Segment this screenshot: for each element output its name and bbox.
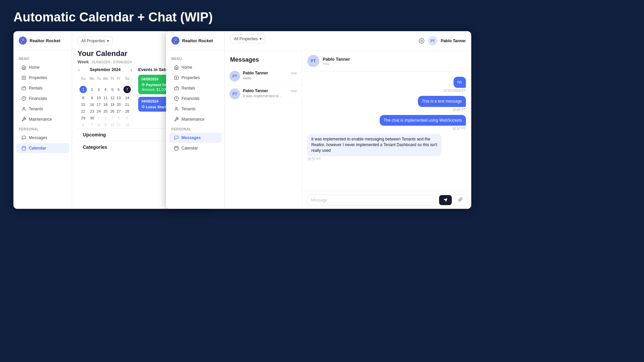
settings-icon[interactable] [419, 38, 425, 44]
cal-day[interactable]: 3 [96, 85, 102, 94]
cal-day[interactable]: 3 [110, 115, 115, 121]
cal-day[interactable]: 16 [89, 102, 95, 108]
conversations-list: Messages PT Pablo Tanner now Hello PT [225, 51, 302, 209]
cal-day[interactable]: 24 [96, 108, 102, 114]
cal-day[interactable] [102, 82, 109, 84]
cal-day[interactable]: 30 [89, 115, 95, 121]
sidebar-item-calendar-1[interactable]: Calendar [16, 143, 69, 153]
sidebar-item-maintenance-2[interactable]: Maintenance [169, 114, 222, 124]
sidebar-1: 🚀 Realtor Rocket MENU Home Properties Re… [13, 31, 72, 209]
conv-avatar-2: PT [229, 88, 240, 99]
sidebar-item-tenants-2[interactable]: Tenants [169, 104, 222, 114]
cal-day[interactable]: 1 [78, 85, 88, 94]
cal-day[interactable] [78, 82, 88, 84]
tenants-icon-1 [21, 107, 26, 111]
cal-day[interactable]: 21 [122, 102, 132, 108]
chat-user-sub: You [323, 62, 350, 66]
cal-day[interactable]: 2 [89, 85, 95, 94]
cal-day[interactable]: 1 [96, 115, 102, 121]
cal-day[interactable]: 10 [96, 95, 102, 101]
cal-day[interactable]: 28 [122, 108, 132, 114]
cal-day[interactable]: 20 [116, 102, 121, 108]
cal-day[interactable]: 11 [102, 95, 109, 101]
cal-day[interactable]: 11 [116, 122, 121, 128]
cal-day[interactable]: 25 [102, 108, 109, 114]
calendar-icon-1 [21, 146, 26, 150]
attach-button[interactable] [454, 194, 467, 205]
cal-day[interactable]: 26 [110, 108, 115, 114]
sidebar-item-financials-2[interactable]: Financials [169, 94, 222, 104]
cal-day[interactable]: 23 [89, 108, 95, 114]
sidebar-logo-2: 🚀 Realtor Rocket [166, 37, 224, 50]
home-icon-1 [21, 65, 26, 70]
cal-day[interactable] [110, 82, 115, 84]
sidebar-item-rentals-1[interactable]: Rentals [16, 83, 69, 93]
all-properties-btn-2[interactable]: All Properties ▾ [230, 35, 265, 43]
chat-user-info: Pablo Tanner You [323, 57, 350, 66]
cal-day[interactable]: 10 [110, 122, 115, 128]
cal-day[interactable]: 8 [96, 122, 102, 128]
sidebar-item-home-1[interactable]: Home [16, 62, 69, 72]
cal-day[interactable]: 4 [116, 115, 121, 121]
cal-day[interactable]: 27 [116, 108, 121, 114]
sidebar-item-messages-2[interactable]: Messages [169, 133, 222, 143]
all-properties-btn-1[interactable]: All Properties ▾ [77, 37, 113, 45]
sidebar-item-tenants-1[interactable]: Tenants [16, 104, 69, 114]
svg-point-11 [176, 107, 177, 109]
cal-day[interactable] [96, 82, 102, 84]
sidebar-item-messages-1[interactable]: Messages [16, 133, 69, 143]
cal-day[interactable]: 12 [110, 95, 115, 101]
conversation-item-2[interactable]: PT Pablo Tanner now It was implemented t… [225, 85, 302, 103]
cal-day[interactable]: 8 [78, 95, 88, 101]
cal-day[interactable]: 7 [89, 122, 95, 128]
cal-day[interactable]: 4 [102, 85, 109, 94]
cal-day[interactable]: 14 [122, 95, 132, 101]
cal-day[interactable]: 15 [78, 102, 88, 108]
svg-point-3 [23, 107, 25, 109]
msg-meta-1: 07/07/2024 PT [444, 89, 466, 93]
cal-day[interactable] [116, 82, 121, 84]
sidebar-item-properties-2[interactable]: Properties [169, 73, 222, 83]
cal-day[interactable]: 18 [102, 102, 109, 108]
messages-content: Messages PT Pablo Tanner now Hello PT [225, 51, 471, 209]
cal-day[interactable]: 19 [110, 102, 115, 108]
cal-day[interactable]: 22 [78, 108, 88, 114]
send-button[interactable] [439, 195, 452, 205]
prev-month-btn[interactable]: ‹ [77, 67, 80, 72]
sidebar-item-financials-1[interactable]: Financials [16, 94, 69, 104]
msg-meta-3: 10:57 PT [452, 127, 466, 130]
chat-user-avatar: PT [307, 55, 319, 67]
cal-day[interactable]: 12 [122, 122, 132, 128]
cal-day[interactable]: 6 [116, 85, 121, 94]
msg-meta-2: 10:56 PT [452, 108, 466, 112]
sidebar-item-maintenance-1[interactable]: Maintenance [16, 114, 69, 124]
cal-day[interactable]: 2 [102, 115, 109, 121]
cal-day[interactable]: 13 [116, 95, 121, 101]
cal-day[interactable]: 7 [122, 85, 132, 94]
cal-day[interactable] [122, 82, 132, 84]
sidebar-item-properties-1[interactable]: Properties [16, 73, 69, 83]
sidebar-item-calendar-2[interactable]: Calendar [169, 143, 222, 153]
week-label: Week [77, 59, 89, 64]
messages-icon-2 [174, 135, 179, 140]
menu-label-1: MENU [13, 54, 72, 62]
svg-point-16 [421, 40, 423, 42]
message-input[interactable] [307, 195, 436, 205]
cal-day[interactable]: 5 [110, 85, 115, 94]
cal-day[interactable]: 17 [96, 102, 102, 108]
sidebar-item-rentals-2[interactable]: Rentals [169, 83, 222, 93]
cal-day[interactable]: 6 [78, 122, 88, 128]
conversation-item-1[interactable]: PT Pablo Tanner now Hello [225, 67, 302, 85]
personal-label-1: PERSONAL [13, 125, 72, 132]
msg-bubble-1: nn [453, 77, 466, 88]
cal-day[interactable]: 29 [78, 115, 88, 121]
sidebar-item-home-2[interactable]: Home [169, 62, 222, 72]
menu-label-2: MENU [166, 54, 224, 62]
cal-day[interactable] [89, 82, 95, 84]
mini-cal-header: ‹ September 2024 › [77, 67, 133, 72]
cal-day[interactable]: 9 [102, 122, 109, 128]
cal-day[interactable]: 5 [122, 115, 132, 121]
cal-day[interactable]: 9 [89, 95, 95, 101]
next-month-btn[interactable]: › [130, 67, 133, 72]
messages-window: 🚀 Realtor Rocket MENU Home Properties Re… [166, 31, 471, 209]
